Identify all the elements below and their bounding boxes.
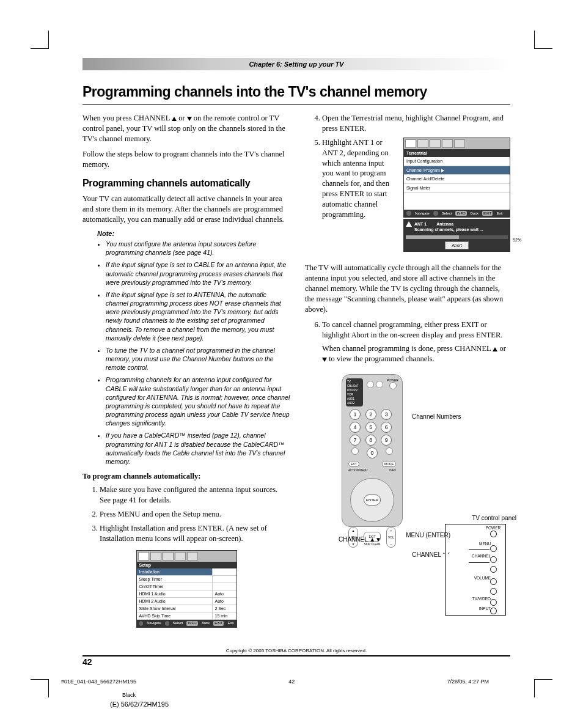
num-0: 0 bbox=[367, 447, 378, 458]
menu-tab-icon bbox=[175, 552, 186, 561]
copyright-text: Copyright © 2005 TOSHIBA CORPORATION. Al… bbox=[82, 648, 510, 653]
panel-power-label: POWER bbox=[486, 526, 501, 530]
up-arrow-icon bbox=[172, 117, 177, 121]
step-item: Terrestrial Input Configuration Channel … bbox=[322, 138, 510, 259]
steps-list-right: Open the Terrestrial menu, highlight Cha… bbox=[322, 113, 510, 258]
tv-control-panel: POWER MENU CHANNEL VOLUME TV/VIDEO bbox=[445, 524, 506, 616]
note-item: Programming channels for an antenna inpu… bbox=[106, 375, 290, 427]
scan-ant: ANT 1 bbox=[414, 221, 427, 227]
note-item: If you have a CableCARD™ inserted (page … bbox=[106, 431, 290, 466]
scan-message: Scanning channels, please wait ... bbox=[406, 227, 508, 232]
panel-input-button bbox=[490, 608, 497, 614]
num-4: 4 bbox=[350, 422, 361, 433]
section-heading-auto: Programming channels automatically bbox=[82, 178, 290, 189]
panel-channel-up-button bbox=[490, 556, 497, 563]
panel-input-label: INPUT bbox=[479, 606, 491, 611]
footer-page-mid: 42 bbox=[288, 678, 295, 685]
menu-row: On/Off Timer bbox=[137, 583, 237, 590]
warning-icon bbox=[406, 221, 412, 227]
menu-row-installation: Installation bbox=[137, 568, 237, 576]
scan-progress-fill bbox=[406, 235, 459, 239]
down-arrow-icon bbox=[322, 358, 327, 362]
step-item: Open the Terrestrial menu, highlight Cha… bbox=[322, 113, 510, 134]
menu-title: Terrestrial bbox=[404, 149, 510, 157]
panel-tvvideo-label: TV/VIDEO bbox=[472, 597, 491, 601]
panel-volume-label: VOLUME bbox=[474, 576, 491, 580]
scan-status-box: ANT 1 Antenna Scanning channels, please … bbox=[403, 219, 510, 252]
number-pad: 1 2 3 4 5 6 7 8 9 bbox=[346, 409, 398, 446]
abort-button: Abort bbox=[445, 241, 469, 249]
menu-row: HDMI 1 AudioAuto bbox=[137, 590, 237, 598]
intro-para-1: When you press CHANNEL or on the remote … bbox=[82, 113, 290, 144]
menu-row: Sleep Timer bbox=[137, 576, 237, 583]
step-item: Highlight Installation and press ENTER. … bbox=[100, 523, 290, 544]
step-5-text: Highlight ANT 1 or ANT 2, depending on w… bbox=[322, 138, 389, 219]
menu-footer: Navigate Select INFOBack EXITExit bbox=[137, 620, 237, 627]
num-8: 8 bbox=[365, 435, 376, 446]
menu-tab-row bbox=[137, 551, 237, 562]
menu-tab-icon bbox=[442, 139, 453, 148]
steps-list-left: Make sure you have configured the antenn… bbox=[100, 485, 290, 543]
footer-date: 7/28/05, 4:27 PM bbox=[447, 678, 489, 685]
power-button bbox=[389, 382, 397, 389]
scan-type: Antenna bbox=[436, 221, 453, 227]
menu-row: Channel Add/Delete bbox=[404, 175, 510, 183]
step-item: Make sure you have configured the antenn… bbox=[100, 485, 290, 506]
back-pill: INFO bbox=[455, 211, 466, 216]
menu-tab-icon bbox=[163, 552, 174, 561]
num-1: 1 bbox=[350, 409, 361, 420]
num-5: 5 bbox=[365, 422, 376, 433]
down-arrow-icon bbox=[187, 117, 192, 121]
crop-mark bbox=[534, 679, 552, 697]
num-3: 3 bbox=[381, 409, 392, 420]
menu-row: Input Configuration bbox=[404, 157, 510, 166]
nav-icon bbox=[406, 211, 411, 216]
footer-model: (E) 56/62/72HM195 bbox=[110, 700, 169, 708]
menu-tab-icon bbox=[430, 139, 441, 148]
num-9: 9 bbox=[381, 435, 392, 446]
crop-mark bbox=[31, 679, 49, 697]
subhead-auto: To program channels automatically: bbox=[82, 472, 290, 481]
scan-percent: 52% bbox=[513, 237, 521, 243]
num-7: 7 bbox=[350, 435, 361, 446]
note-item: If the input signal type is set to CABLE… bbox=[106, 260, 290, 287]
rtn-button bbox=[386, 447, 393, 455]
footer-color: Black bbox=[122, 692, 136, 698]
menu-row: HDMI 2 AudioAuto bbox=[137, 598, 237, 605]
crop-mark bbox=[31, 31, 49, 49]
note-item: You must configure the antenna input sou… bbox=[106, 240, 290, 257]
remote-body: TV CBL/SAT DVD/VR VCR AUD1 AUD2 PO bbox=[342, 374, 403, 527]
note-item: To tune the TV to a channel not programm… bbox=[106, 346, 290, 372]
scan-abort-row: Abort bbox=[406, 241, 508, 249]
skip-clear-label: SKIP CLEAR bbox=[364, 543, 381, 546]
panel-volume-down-button bbox=[490, 588, 497, 595]
dpad: ENTER bbox=[348, 476, 397, 524]
menu-tab-icon bbox=[138, 552, 149, 561]
callout-channel-numbers: Channel Numbers bbox=[412, 413, 461, 420]
panel-menu-button bbox=[490, 545, 497, 552]
page-rule bbox=[82, 655, 510, 656]
ext-button: EXT bbox=[348, 461, 359, 467]
panel-channel-label: CHANNEL bbox=[472, 554, 491, 558]
menu-footer: Navigate Select INFOBack EXITExit bbox=[404, 210, 510, 217]
menu-tab-icon bbox=[454, 139, 465, 148]
panel-menu-label: MENU bbox=[479, 542, 491, 546]
nav-icon bbox=[139, 621, 144, 626]
note-list: You must configure the antenna input sou… bbox=[106, 240, 290, 466]
menu-title: Setup bbox=[137, 562, 237, 568]
volume-rocker: +VOL− bbox=[386, 527, 396, 548]
title-rule bbox=[82, 104, 510, 105]
back-pill: INFO bbox=[186, 621, 197, 626]
menu-tab-icon bbox=[405, 139, 416, 148]
info-label: INFO bbox=[389, 469, 396, 472]
tv-panel-heading: TV control panel bbox=[472, 515, 516, 521]
page-title: Programming channels into the TV's chann… bbox=[82, 84, 510, 100]
note-title: Note: bbox=[97, 230, 290, 237]
step-item: Press MENU and open the Setup menu. bbox=[100, 509, 290, 520]
note-item: If the input signal type is set to ANTEN… bbox=[106, 290, 290, 342]
menu-tab-icon bbox=[417, 139, 428, 148]
menu-row: Signal Meter bbox=[404, 184, 510, 193]
auto-para: Your TV can automatically detect all act… bbox=[82, 194, 290, 225]
mode-selector: TV CBL/SAT DVD/VR VCR AUD1 AUD2 bbox=[346, 378, 363, 406]
num-100 bbox=[351, 447, 359, 455]
